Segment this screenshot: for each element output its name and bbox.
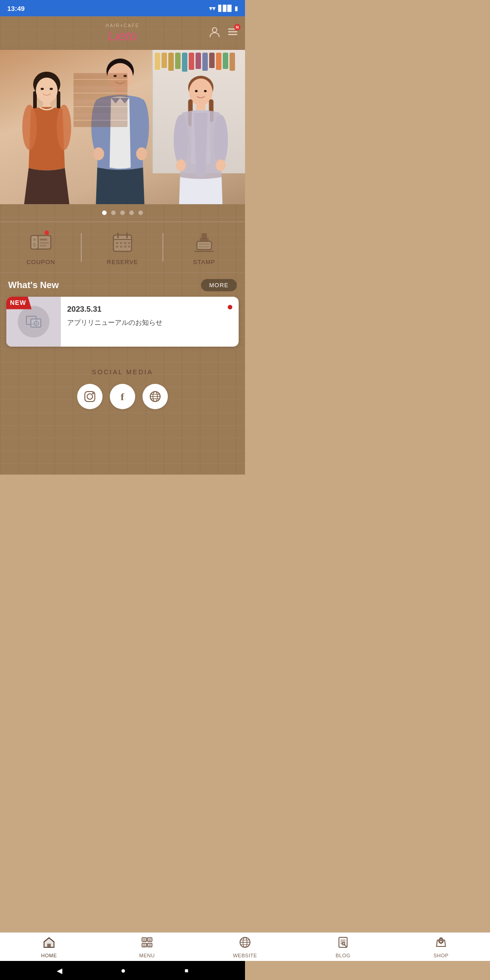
hero-image	[0, 50, 245, 204]
whats-new-section: What's New MORE NEW 2023.5.31 アプリリニューアルの…	[0, 273, 245, 475]
header-logo: HAIR×CAFE Lieto	[106, 23, 139, 43]
website-button[interactable]	[142, 384, 168, 409]
carousel-dot-3[interactable]	[120, 211, 125, 215]
svg-rect-55	[128, 245, 130, 248]
svg-point-28	[204, 90, 207, 92]
svg-point-35	[216, 159, 226, 171]
coupon-menu-item[interactable]: COUPON	[0, 230, 82, 265]
hero-photo	[0, 50, 245, 204]
header-action-icons: N	[209, 26, 239, 40]
news-text: アプリリニューアルのお知らせ	[67, 318, 232, 328]
person-left	[10, 69, 83, 204]
coupon-icon	[28, 230, 54, 255]
reserve-icon	[110, 230, 135, 255]
svg-point-10	[49, 88, 53, 90]
svg-point-33	[214, 115, 228, 166]
svg-rect-40	[40, 242, 49, 244]
stamp-icon	[191, 230, 217, 255]
reserve-label: RESERVE	[107, 259, 138, 265]
svg-rect-53	[120, 245, 122, 248]
news-content: 2023.5.31 アプリリニューアルのお知らせ	[61, 297, 239, 347]
status-bar: 13:49 ▾▾ ▋▊▉ ▮	[0, 0, 245, 16]
svg-rect-48	[116, 242, 118, 244]
svg-point-22	[134, 99, 149, 154]
status-icons: ▾▾ ▋▊▉ ▮	[209, 5, 238, 12]
coupon-label: COUPON	[26, 259, 55, 265]
svg-point-24	[136, 147, 147, 160]
social-icons-row: f	[77, 384, 168, 409]
menu-icons-row: COUPON RESERVE	[0, 221, 245, 273]
svg-point-23	[93, 147, 104, 160]
header-subtitle: HAIR×CAFE	[106, 23, 139, 28]
svg-point-65	[35, 323, 37, 324]
svg-rect-51	[128, 242, 130, 244]
svg-point-42	[33, 238, 36, 241]
svg-point-32	[174, 115, 188, 166]
news-thumb-icon	[18, 306, 49, 338]
more-button[interactable]: MORE	[201, 279, 237, 291]
header-title: Lieto	[106, 28, 139, 43]
new-badge: NEW	[6, 297, 32, 309]
app-header: HAIR×CAFE Lieto N	[0, 16, 245, 50]
news-date: 2023.5.31	[67, 305, 232, 314]
facebook-button[interactable]: f	[110, 384, 135, 409]
svg-point-27	[195, 90, 198, 92]
svg-rect-39	[40, 239, 47, 240]
whats-new-title: What's New	[8, 280, 59, 290]
svg-rect-43	[33, 243, 36, 247]
svg-rect-49	[120, 242, 122, 244]
svg-rect-41	[40, 245, 46, 246]
stamp-label: STAMP	[193, 259, 216, 265]
wifi-icon: ▾▾	[209, 5, 216, 12]
svg-point-12	[22, 105, 37, 150]
reserve-menu-item[interactable]: RESERVE	[82, 230, 163, 265]
carousel-dot-2[interactable]	[111, 211, 116, 215]
coupon-notification-dot	[44, 230, 49, 235]
svg-point-8	[36, 78, 58, 103]
status-time: 13:49	[7, 5, 24, 12]
svg-rect-52	[116, 245, 118, 248]
svg-rect-50	[124, 242, 127, 244]
svg-point-68	[92, 392, 94, 394]
social-media-title: SOCIAL MEDIA	[92, 368, 153, 376]
profile-button[interactable]	[209, 26, 220, 40]
signal-icon: ▋▊▉	[218, 5, 232, 12]
svg-text:f: f	[121, 391, 124, 402]
svg-rect-54	[124, 245, 127, 248]
carousel-dot-1[interactable]	[102, 211, 107, 215]
whats-new-header: What's New MORE	[0, 273, 245, 297]
news-card[interactable]: NEW 2023.5.31 アプリリニューアルのお知らせ	[6, 297, 239, 347]
menu-button[interactable]: N	[227, 26, 239, 40]
carousel-dot-5[interactable]	[138, 211, 143, 215]
news-notification-dot	[228, 305, 232, 309]
svg-point-13	[57, 105, 71, 150]
svg-point-9	[40, 88, 44, 90]
instagram-button[interactable]	[77, 384, 103, 409]
brick-wall	[74, 73, 127, 127]
menu-notification-badge: N	[234, 24, 240, 30]
battery-icon: ▮	[235, 5, 238, 12]
svg-point-0	[212, 28, 217, 32]
carousel-dot-4[interactable]	[129, 211, 134, 215]
stamp-menu-item[interactable]: STAMP	[163, 230, 245, 265]
profile-icon	[209, 26, 220, 38]
svg-point-67	[87, 394, 93, 399]
social-media-section: SOCIAL MEDIA f	[0, 356, 245, 420]
person-right	[167, 73, 235, 204]
carousel-dots	[0, 204, 245, 221]
svg-point-34	[176, 159, 186, 171]
svg-rect-58	[197, 241, 211, 250]
